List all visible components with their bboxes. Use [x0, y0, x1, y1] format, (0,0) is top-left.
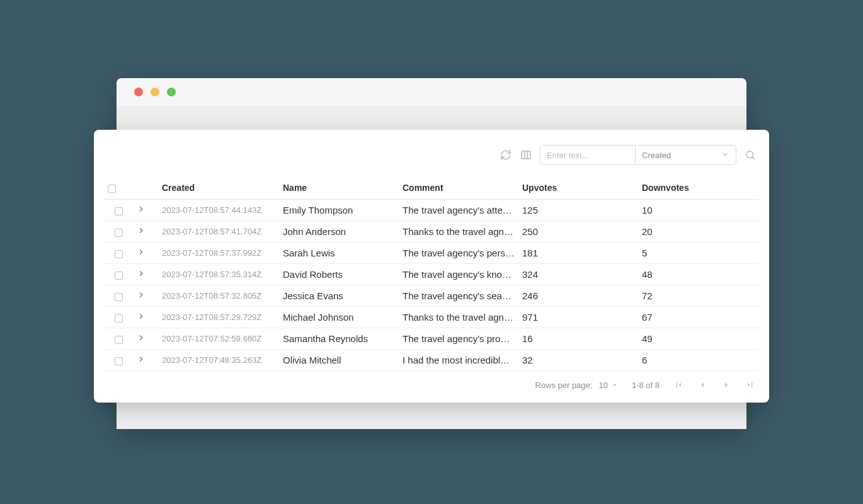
svg-line-4	[752, 157, 754, 159]
row-checkbox[interactable]	[115, 293, 123, 301]
cell-name: John Anderson	[279, 221, 399, 243]
row-checkbox[interactable]	[115, 357, 123, 365]
table-header-row: Created Name Comment Upvotes Downvotes	[104, 176, 759, 200]
filter-field-select[interactable]: Created	[635, 146, 736, 164]
browser-titlebar	[117, 78, 746, 106]
cell-upvotes: 324	[518, 264, 638, 285]
cell-upvotes: 125	[518, 200, 638, 221]
cell-downvotes: 6	[638, 350, 759, 371]
cell-created: 2023-07-12T08:57:29.729Z	[158, 307, 279, 328]
cell-downvotes: 72	[638, 285, 759, 307]
prev-page-button[interactable]	[697, 380, 707, 390]
cell-downvotes: 49	[638, 328, 759, 350]
next-page-button[interactable]	[721, 380, 731, 390]
column-header-name[interactable]: Name	[279, 176, 399, 200]
rows-per-page-label: Rows per page:	[535, 381, 592, 390]
cell-comment: The travel agency's sea…	[399, 285, 518, 307]
last-page-button[interactable]	[745, 380, 755, 390]
cell-comment: Thanks to the travel agn…	[399, 221, 518, 243]
cell-upvotes: 32	[518, 350, 638, 371]
table-row: 2023-07-12T08:57:32.805ZJessica EvansThe…	[104, 285, 759, 307]
cell-upvotes: 16	[518, 328, 638, 350]
search-input[interactable]	[540, 146, 635, 164]
cell-name: Sarah Lewis	[279, 243, 399, 264]
column-header-upvotes[interactable]: Upvotes	[518, 176, 638, 200]
chevron-down-icon	[721, 150, 729, 161]
cell-created: 2023-07-12T07:48:35.263Z	[158, 350, 279, 371]
table-row: 2023-07-12T07:52:59.660ZSamantha Reynold…	[104, 328, 759, 350]
select-all-checkbox[interactable]	[108, 185, 116, 193]
data-table: Created Name Comment Upvotes Downvotes 2…	[104, 176, 759, 371]
row-checkbox[interactable]	[115, 229, 123, 237]
cell-created: 2023-07-12T08:57:37.992Z	[158, 243, 279, 264]
svg-rect-0	[522, 151, 530, 159]
column-header-downvotes[interactable]: Downvotes	[638, 176, 759, 200]
cell-comment: The travel agency's pers…	[399, 243, 518, 264]
cell-downvotes: 48	[638, 264, 759, 285]
row-checkbox[interactable]	[115, 207, 123, 215]
rows-per-page-select[interactable]: 10	[598, 381, 617, 390]
cell-created: 2023-07-12T08:57:35.314Z	[158, 264, 279, 285]
row-checkbox[interactable]	[115, 314, 123, 323]
cell-comment: The travel agency's kno…	[399, 264, 518, 285]
table-row: 2023-07-12T07:48:35.263ZOlivia MitchellI…	[104, 350, 759, 371]
cell-upvotes: 250	[518, 221, 638, 243]
minimize-window-button[interactable]	[151, 88, 159, 96]
data-panel: Created Created Name Comment Upvotes Dow…	[94, 130, 769, 403]
cell-upvotes: 971	[518, 307, 638, 328]
expand-row-icon[interactable]	[137, 333, 146, 342]
cell-name: Emily Thompson	[279, 200, 399, 221]
filter-field-value: Created	[642, 151, 671, 160]
cell-created: 2023-07-12T07:52:59.660Z	[158, 328, 279, 350]
expand-row-icon[interactable]	[137, 205, 146, 214]
cell-comment: The travel agency's atte…	[399, 200, 518, 221]
search-icon[interactable]	[744, 149, 757, 161]
search-filter-group: Created	[540, 145, 736, 165]
table-row: 2023-07-12T08:57:29.729ZMichael JohnsonT…	[104, 307, 759, 328]
cell-comment: Thanks to the travel agn…	[399, 307, 518, 328]
cell-name: Olivia Mitchell	[279, 350, 399, 371]
close-window-button[interactable]	[134, 88, 143, 96]
traffic-lights	[134, 88, 176, 96]
expand-row-icon[interactable]	[137, 290, 146, 299]
expand-row-icon[interactable]	[137, 248, 146, 256]
column-header-created[interactable]: Created	[158, 176, 279, 200]
table-row: 2023-07-12T08:57:37.992ZSarah LewisThe t…	[104, 243, 759, 264]
cell-created: 2023-07-12T08:57:41.704Z	[158, 221, 279, 243]
cell-downvotes: 20	[638, 221, 759, 243]
rows-per-page-value: 10	[598, 381, 607, 390]
cell-created: 2023-07-12T08:57:32.805Z	[158, 285, 279, 307]
pagination-nav	[673, 380, 755, 390]
expand-row-icon[interactable]	[137, 226, 146, 235]
cell-upvotes: 181	[518, 243, 638, 264]
first-page-button[interactable]	[673, 380, 683, 390]
rows-per-page: Rows per page: 10	[535, 381, 618, 390]
row-checkbox[interactable]	[115, 336, 123, 344]
table-toolbar: Created	[104, 145, 759, 165]
columns-icon[interactable]	[520, 149, 532, 161]
pagination-range: 1-8 of 8	[632, 381, 660, 390]
cell-name: Jessica Evans	[279, 285, 399, 307]
cell-name: David Roberts	[279, 264, 399, 285]
column-header-comment[interactable]: Comment	[399, 176, 518, 200]
cell-name: Michael Johnson	[279, 307, 399, 328]
cell-created: 2023-07-12T08:57:44.143Z	[158, 200, 279, 221]
expand-row-icon[interactable]	[137, 355, 146, 364]
cell-name: Samantha Reynolds	[279, 328, 399, 350]
cell-upvotes: 246	[518, 285, 638, 307]
cell-downvotes: 67	[638, 307, 759, 328]
pagination-bar: Rows per page: 10 1-8 of 8	[104, 371, 759, 392]
cell-comment: The travel agency's pro…	[399, 328, 518, 350]
table-row: 2023-07-12T08:57:44.143ZEmily ThompsonTh…	[104, 200, 759, 221]
cell-downvotes: 10	[638, 200, 759, 221]
maximize-window-button[interactable]	[167, 88, 176, 96]
cell-downvotes: 5	[638, 243, 759, 264]
expand-row-icon[interactable]	[137, 269, 146, 278]
expand-row-icon[interactable]	[137, 312, 146, 321]
refresh-icon[interactable]	[500, 149, 512, 161]
row-checkbox[interactable]	[115, 250, 123, 258]
row-checkbox[interactable]	[115, 272, 123, 280]
cell-comment: I had the most incredibl…	[399, 350, 518, 371]
table-row: 2023-07-12T08:57:41.704ZJohn AndersonTha…	[104, 221, 759, 243]
table-row: 2023-07-12T08:57:35.314ZDavid RobertsThe…	[104, 264, 759, 285]
